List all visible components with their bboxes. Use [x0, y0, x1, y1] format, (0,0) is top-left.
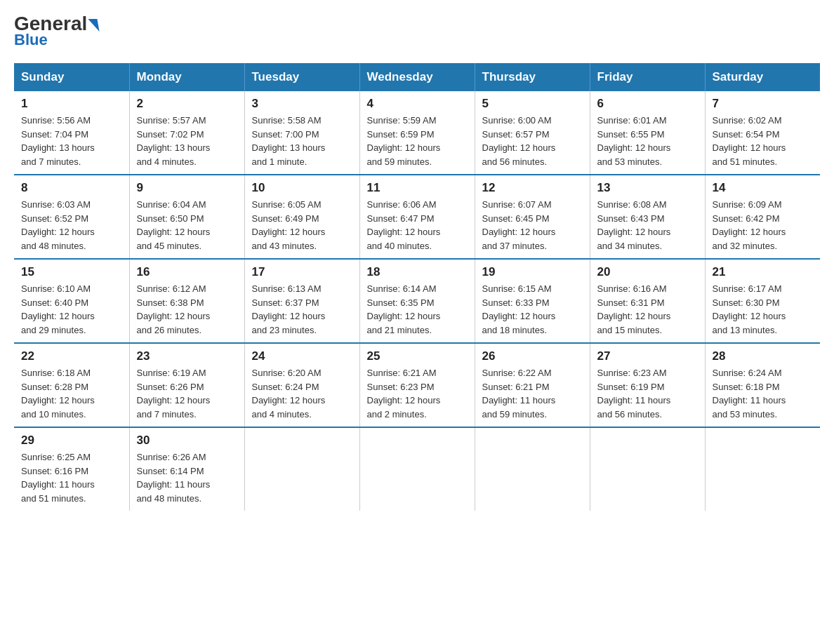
calendar-cell: 7 Sunrise: 6:02 AMSunset: 6:54 PMDayligh…	[705, 91, 820, 175]
weekday-header-friday: Friday	[590, 63, 705, 91]
logo-blue: Blue	[14, 31, 98, 49]
day-info: Sunrise: 6:21 AMSunset: 6:23 PMDaylight:…	[367, 366, 468, 421]
day-number: 6	[597, 97, 698, 111]
calendar-cell: 4 Sunrise: 5:59 AMSunset: 6:59 PMDayligh…	[359, 91, 475, 175]
day-number: 12	[482, 181, 583, 195]
day-info: Sunrise: 5:59 AMSunset: 6:59 PMDaylight:…	[367, 114, 468, 168]
calendar-cell: 18 Sunrise: 6:14 AMSunset: 6:35 PMDaylig…	[359, 259, 475, 343]
day-number: 20	[597, 265, 698, 279]
day-info: Sunrise: 6:19 AMSunset: 6:26 PMDaylight:…	[137, 366, 237, 421]
calendar-cell: 28 Sunrise: 6:24 AMSunset: 6:18 PMDaylig…	[705, 343, 820, 427]
calendar-table: SundayMondayTuesdayWednesdayThursdayFrid…	[14, 63, 820, 511]
day-info: Sunrise: 6:03 AMSunset: 6:52 PMDaylight:…	[21, 198, 122, 253]
day-number: 4	[367, 97, 468, 111]
calendar-cell: 26 Sunrise: 6:22 AMSunset: 6:21 PMDaylig…	[475, 343, 590, 427]
weekday-header-tuesday: Tuesday	[244, 63, 359, 91]
logo: General Blue	[14, 14, 98, 49]
day-number: 14	[713, 181, 814, 195]
calendar-cell: 9 Sunrise: 6:04 AMSunset: 6:50 PMDayligh…	[129, 175, 244, 259]
day-info: Sunrise: 6:20 AMSunset: 6:24 PMDaylight:…	[252, 366, 352, 421]
day-info: Sunrise: 6:14 AMSunset: 6:35 PMDaylight:…	[367, 282, 468, 337]
day-info: Sunrise: 6:25 AMSunset: 6:16 PMDaylight:…	[21, 450, 122, 505]
calendar-cell: 17 Sunrise: 6:13 AMSunset: 6:37 PMDaylig…	[244, 259, 359, 343]
day-number: 17	[252, 265, 352, 279]
day-info: Sunrise: 6:17 AMSunset: 6:30 PMDaylight:…	[713, 282, 814, 337]
day-number: 16	[137, 265, 237, 279]
calendar-cell	[590, 427, 705, 511]
calendar-cell: 1 Sunrise: 5:56 AMSunset: 7:04 PMDayligh…	[14, 91, 129, 175]
calendar-cell: 19 Sunrise: 6:15 AMSunset: 6:33 PMDaylig…	[475, 259, 590, 343]
day-number: 9	[137, 181, 237, 195]
calendar-cell: 29 Sunrise: 6:25 AMSunset: 6:16 PMDaylig…	[14, 427, 129, 511]
day-number: 30	[137, 434, 237, 448]
day-info: Sunrise: 6:05 AMSunset: 6:49 PMDaylight:…	[252, 198, 352, 253]
day-info: Sunrise: 6:08 AMSunset: 6:43 PMDaylight:…	[597, 198, 698, 253]
weekday-header-saturday: Saturday	[705, 63, 820, 91]
day-number: 2	[137, 97, 237, 111]
day-info: Sunrise: 6:15 AMSunset: 6:33 PMDaylight:…	[482, 282, 583, 337]
day-number: 28	[713, 349, 814, 363]
calendar-cell	[705, 427, 820, 511]
weekday-header-thursday: Thursday	[475, 63, 590, 91]
day-info: Sunrise: 6:26 AMSunset: 6:14 PMDaylight:…	[137, 450, 237, 505]
day-info: Sunrise: 6:16 AMSunset: 6:31 PMDaylight:…	[597, 282, 698, 337]
calendar-cell: 24 Sunrise: 6:20 AMSunset: 6:24 PMDaylig…	[244, 343, 359, 427]
weekday-header-sunday: Sunday	[14, 63, 129, 91]
calendar-cell: 20 Sunrise: 6:16 AMSunset: 6:31 PMDaylig…	[590, 259, 705, 343]
day-info: Sunrise: 6:12 AMSunset: 6:38 PMDaylight:…	[137, 282, 237, 337]
day-info: Sunrise: 6:01 AMSunset: 6:55 PMDaylight:…	[597, 114, 698, 168]
page-header: General Blue	[14, 14, 820, 49]
day-info: Sunrise: 6:18 AMSunset: 6:28 PMDaylight:…	[21, 366, 122, 421]
day-number: 15	[21, 265, 122, 279]
day-info: Sunrise: 6:02 AMSunset: 6:54 PMDaylight:…	[713, 114, 814, 168]
day-number: 1	[21, 97, 122, 111]
day-info: Sunrise: 6:04 AMSunset: 6:50 PMDaylight:…	[137, 198, 237, 253]
day-number: 21	[713, 265, 814, 279]
week-row-4: 22 Sunrise: 6:18 AMSunset: 6:28 PMDaylig…	[14, 343, 820, 427]
day-info: Sunrise: 5:58 AMSunset: 7:00 PMDaylight:…	[252, 114, 352, 168]
calendar-cell: 11 Sunrise: 6:06 AMSunset: 6:47 PMDaylig…	[359, 175, 475, 259]
week-row-3: 15 Sunrise: 6:10 AMSunset: 6:40 PMDaylig…	[14, 259, 820, 343]
day-info: Sunrise: 6:00 AMSunset: 6:57 PMDaylight:…	[482, 114, 583, 168]
calendar-cell: 6 Sunrise: 6:01 AMSunset: 6:55 PMDayligh…	[590, 91, 705, 175]
day-number: 11	[367, 181, 468, 195]
calendar-cell: 8 Sunrise: 6:03 AMSunset: 6:52 PMDayligh…	[14, 175, 129, 259]
day-number: 25	[367, 349, 468, 363]
day-number: 3	[252, 97, 352, 111]
calendar-cell: 25 Sunrise: 6:21 AMSunset: 6:23 PMDaylig…	[359, 343, 475, 427]
calendar-cell: 15 Sunrise: 6:10 AMSunset: 6:40 PMDaylig…	[14, 259, 129, 343]
day-number: 22	[21, 349, 122, 363]
calendar-cell: 21 Sunrise: 6:17 AMSunset: 6:30 PMDaylig…	[705, 259, 820, 343]
day-number: 23	[137, 349, 237, 363]
day-number: 5	[482, 97, 583, 111]
day-info: Sunrise: 5:56 AMSunset: 7:04 PMDaylight:…	[21, 114, 122, 168]
calendar-cell: 16 Sunrise: 6:12 AMSunset: 6:38 PMDaylig…	[129, 259, 244, 343]
day-info: Sunrise: 6:09 AMSunset: 6:42 PMDaylight:…	[713, 198, 814, 253]
day-number: 27	[597, 349, 698, 363]
calendar-cell: 27 Sunrise: 6:23 AMSunset: 6:19 PMDaylig…	[590, 343, 705, 427]
day-info: Sunrise: 6:13 AMSunset: 6:37 PMDaylight:…	[252, 282, 352, 337]
weekday-header-monday: Monday	[129, 63, 244, 91]
day-info: Sunrise: 6:10 AMSunset: 6:40 PMDaylight:…	[21, 282, 122, 337]
day-info: Sunrise: 6:23 AMSunset: 6:19 PMDaylight:…	[597, 366, 698, 421]
week-row-2: 8 Sunrise: 6:03 AMSunset: 6:52 PMDayligh…	[14, 175, 820, 259]
day-number: 19	[482, 265, 583, 279]
week-row-1: 1 Sunrise: 5:56 AMSunset: 7:04 PMDayligh…	[14, 91, 820, 175]
calendar-cell: 30 Sunrise: 6:26 AMSunset: 6:14 PMDaylig…	[129, 427, 244, 511]
calendar-cell	[244, 427, 359, 511]
calendar-cell: 3 Sunrise: 5:58 AMSunset: 7:00 PMDayligh…	[244, 91, 359, 175]
calendar-cell: 22 Sunrise: 6:18 AMSunset: 6:28 PMDaylig…	[14, 343, 129, 427]
calendar-cell: 12 Sunrise: 6:07 AMSunset: 6:45 PMDaylig…	[475, 175, 590, 259]
weekday-header-wednesday: Wednesday	[359, 63, 475, 91]
calendar-cell: 13 Sunrise: 6:08 AMSunset: 6:43 PMDaylig…	[590, 175, 705, 259]
day-number: 18	[367, 265, 468, 279]
calendar-cell: 23 Sunrise: 6:19 AMSunset: 6:26 PMDaylig…	[129, 343, 244, 427]
calendar-cell: 14 Sunrise: 6:09 AMSunset: 6:42 PMDaylig…	[705, 175, 820, 259]
day-number: 8	[21, 181, 122, 195]
calendar-cell	[475, 427, 590, 511]
weekday-header-row: SundayMondayTuesdayWednesdayThursdayFrid…	[14, 63, 820, 91]
day-info: Sunrise: 6:07 AMSunset: 6:45 PMDaylight:…	[482, 198, 583, 253]
day-info: Sunrise: 6:06 AMSunset: 6:47 PMDaylight:…	[367, 198, 468, 253]
calendar-cell	[359, 427, 475, 511]
day-number: 10	[252, 181, 352, 195]
